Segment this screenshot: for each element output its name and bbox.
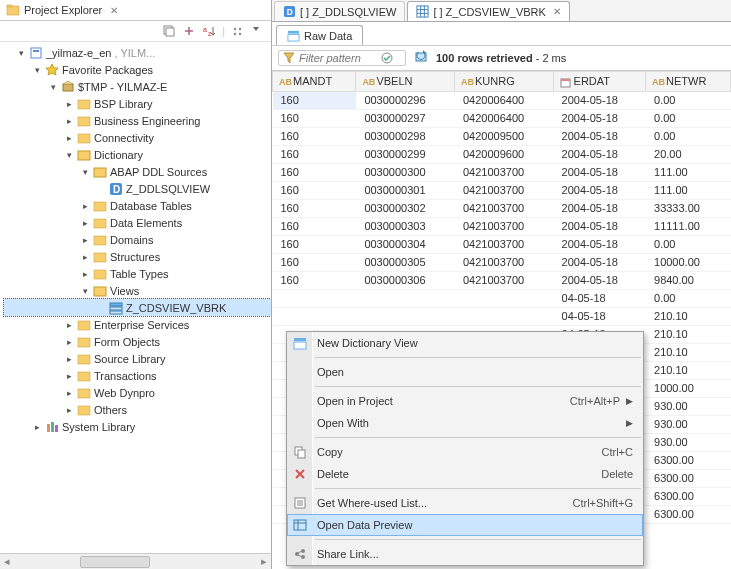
table-icon (292, 335, 308, 351)
col-netwr[interactable]: ABNETWR (646, 72, 731, 92)
ddl-icon: D (283, 5, 296, 18)
copy-icon (292, 444, 308, 460)
tree-transactions[interactable]: ▸Transactions (4, 367, 271, 384)
context-menu: New Dictionary View Open Open in Project… (286, 331, 644, 566)
tree-project-root[interactable]: ▾_yilmaz-e_en , YILM... (4, 44, 271, 61)
horizontal-scrollbar[interactable]: ◂▸ (0, 553, 271, 569)
tree-table-types[interactable]: ▸Table Types (4, 265, 271, 282)
close-icon[interactable]: ✕ (110, 5, 118, 16)
tree-tmp-package[interactable]: ▾$TMP - YILMAZ-E (4, 78, 271, 95)
tab-zddlsqlview[interactable]: D [ ] Z_DDLSQLVIEW (274, 1, 405, 21)
menu-open-in-project[interactable]: Open in ProjectCtrl+Alt+P▶ (287, 390, 643, 412)
col-vbeln[interactable]: ABVBELN (356, 72, 455, 92)
svg-rect-30 (78, 338, 90, 347)
svg-rect-22 (94, 236, 106, 245)
svg-rect-37 (55, 425, 58, 432)
editor-tab-bar: D [ ] Z_DDLSQLVIEW [ ] Z_CDSVIEW_VBRK ✕ (272, 0, 731, 22)
menu-copy[interactable]: CopyCtrl+C (287, 441, 643, 463)
tree-db-tables[interactable]: ▸Database Tables (4, 197, 271, 214)
col-mandt[interactable]: ABMANDT (273, 72, 356, 92)
close-icon[interactable]: ✕ (553, 6, 561, 17)
table-row[interactable]: 160003000030504210037002004-05-1810000.0… (273, 253, 731, 271)
filter-pattern-input[interactable] (278, 50, 406, 66)
tab-raw-data[interactable]: Raw Data (276, 25, 363, 46)
menu-open[interactable]: Open (287, 361, 643, 383)
svg-point-7 (239, 28, 241, 30)
tree-system-library[interactable]: ▸System Library (4, 418, 271, 435)
tree-web-dynpro[interactable]: ▸Web Dynpro (4, 384, 271, 401)
submenu-arrow-icon: ▶ (626, 418, 633, 428)
menu-new-dictionary-view[interactable]: New Dictionary View (287, 332, 643, 354)
delete-icon (292, 466, 308, 482)
tree-bsp-library[interactable]: ▸BSP Library (4, 95, 271, 112)
tree-others[interactable]: ▸Others (4, 401, 271, 418)
tree-business-eng[interactable]: ▸Business Engineering (4, 112, 271, 129)
table-row[interactable]: 160003000030404210037002004-05-180.00 (273, 235, 731, 253)
tree-connectivity[interactable]: ▸Connectivity (4, 129, 271, 146)
svg-rect-28 (110, 311, 122, 314)
menu-delete[interactable]: DeleteDelete (287, 463, 643, 485)
link-editor-icon[interactable] (182, 24, 196, 38)
refresh-icon[interactable] (414, 50, 428, 66)
menu-open-with[interactable]: Open With▶ (287, 412, 643, 434)
sort-icon[interactable]: az (202, 24, 216, 38)
tree-favorite-packages[interactable]: ▾Favorite Packages (4, 61, 271, 78)
grid-header-row: ABMANDT ABVBELN ABKUNRG ERDAT ABNETWR (273, 72, 731, 92)
dropdown-icon[interactable] (251, 24, 265, 38)
table-icon (287, 29, 300, 42)
svg-rect-26 (110, 303, 122, 306)
tree-enterprise-services[interactable]: ▸Enterprise Services (4, 316, 271, 333)
svg-rect-20 (94, 202, 106, 211)
table-row[interactable]: 160003000030204210037002004-05-1833333.0… (273, 199, 731, 217)
tree-source-library[interactable]: ▸Source Library (4, 350, 271, 367)
tree-zddlsqlview[interactable]: ▸DZ_DDLSQLVIEW (4, 180, 271, 197)
menu-open-data-preview[interactable]: Open Data Preview (287, 514, 643, 536)
svg-rect-36 (51, 422, 54, 432)
col-erdat[interactable]: ERDAT (553, 72, 645, 92)
svg-rect-3 (166, 28, 174, 36)
svg-rect-45 (288, 31, 299, 34)
apply-icon[interactable] (381, 52, 393, 64)
table-row[interactable]: 160003000030604210037002004-05-189840.00 (273, 271, 731, 289)
svg-text:D: D (113, 184, 120, 195)
table-row[interactable]: 160003000029704200064002004-05-180.00 (273, 109, 731, 127)
table-row[interactable]: 160003000030004210037002004-05-18111.00 (273, 163, 731, 181)
tree-structures[interactable]: ▸Structures (4, 248, 271, 265)
tree-domains[interactable]: ▸Domains (4, 231, 271, 248)
col-kunrg[interactable]: ABKUNRG (454, 72, 553, 92)
table-row[interactable]: 04-05-18210.10 (273, 307, 731, 325)
explorer-toolbar: az | (0, 21, 271, 42)
tab-zcdsview[interactable]: [ ] Z_CDSVIEW_VBRK ✕ (407, 1, 569, 21)
project-tree[interactable]: ▾_yilmaz-e_en , YILM... ▾Favorite Packag… (0, 42, 271, 553)
tree-data-elements[interactable]: ▸Data Elements (4, 214, 271, 231)
menu-share-link[interactable]: Share Link... (287, 543, 643, 565)
svg-rect-35 (47, 424, 50, 432)
panel-title-bar: Project Explorer ✕ (0, 0, 271, 21)
tree-form-objects[interactable]: ▸Form Objects (4, 333, 271, 350)
tree-ddl-sources[interactable]: ▾ABAP DDL Sources (4, 163, 271, 180)
table-row[interactable]: 160003000029804200095002004-05-180.00 (273, 127, 731, 145)
svg-rect-14 (78, 117, 90, 126)
collapse-all-icon[interactable] (162, 24, 176, 38)
svg-rect-24 (94, 270, 106, 279)
table-row[interactable]: 160003000030104210037002004-05-18111.00 (273, 181, 731, 199)
table-row[interactable]: 04-05-180.00 (273, 289, 731, 307)
tree-dictionary[interactable]: ▾Dictionary (4, 146, 271, 163)
tree-zcdsview[interactable]: ▸Z_CDSVIEW_VBRK (4, 299, 271, 316)
svg-rect-13 (78, 100, 90, 109)
svg-rect-31 (78, 355, 90, 364)
tree-views[interactable]: ▾Views (4, 282, 271, 299)
table-row[interactable]: 160003000029904200096002004-05-1820.00 (273, 145, 731, 163)
table-row[interactable]: 160003000030304210037002004-05-1811111.0… (273, 217, 731, 235)
svg-rect-10 (31, 48, 41, 58)
menu-where-used[interactable]: Get Where-used List...Ctrl+Shift+G (287, 492, 643, 514)
funnel-icon (283, 52, 295, 64)
view-menu-icon[interactable] (231, 24, 245, 38)
status-text: 100 rows retrieved - 2 ms (436, 52, 566, 64)
svg-rect-40 (417, 6, 428, 17)
svg-rect-34 (78, 406, 90, 415)
table-row[interactable]: 160003000029604200064002004-05-180.00 (273, 91, 731, 109)
svg-rect-27 (110, 307, 122, 310)
svg-rect-52 (294, 342, 306, 349)
svg-rect-59 (294, 520, 306, 530)
